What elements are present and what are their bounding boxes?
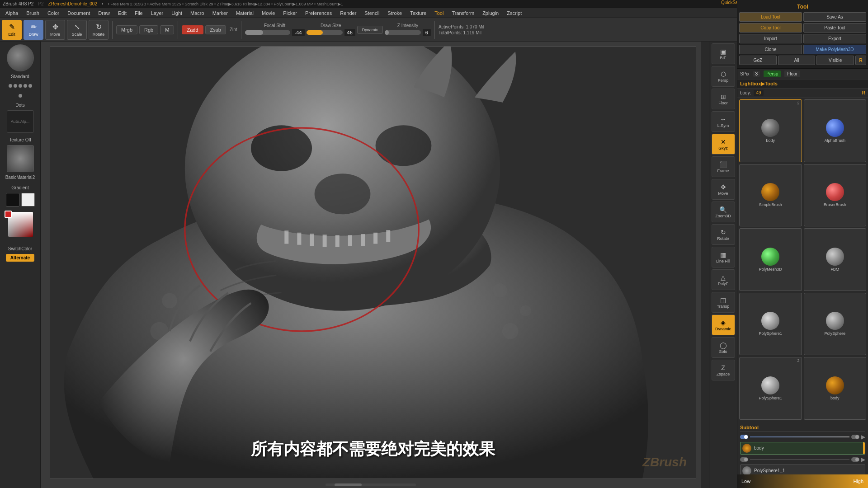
z-intensity-value: 6 [423,29,431,36]
menu-draw[interactable]: Draw [94,9,113,17]
edit-btn[interactable]: ✎ Edit [2,20,22,40]
goz-row: GoZ All Visible R [739,56,866,65]
import-btn[interactable]: Import [739,34,802,43]
menu-preferences[interactable]: Preferences [302,9,335,17]
menu-zplugin[interactable]: Zplugin [479,9,502,17]
frame-btn[interactable]: ⬛ Frame [712,156,735,177]
subtool-toggle3[interactable] [740,457,748,462]
subtool-slider2[interactable] [750,459,849,460]
tool-body-thumb[interactable]: 2 body [739,99,802,162]
dots-preview[interactable] [7,82,34,100]
tool-alphabrush-thumb[interactable]: AlphaBrush [804,99,867,162]
subtool-toggle2[interactable] [851,435,859,439]
menu-movie[interactable]: Movie [258,9,278,17]
menu-color[interactable]: Color [44,9,63,17]
move-side-btn[interactable]: ✥ Move [712,179,735,200]
menu-alpha[interactable]: Alpha [2,9,22,17]
menu-texture[interactable]: Texture [406,9,430,17]
draw-btn[interactable]: ✏ Draw [24,20,43,40]
all-goz-btn[interactable]: All [778,56,816,65]
linefill-btn[interactable]: ▦ Line Fill [712,247,735,267]
move-btn[interactable]: ✥ Move [45,20,65,40]
swatch-white[interactable] [21,193,35,206]
swatch-black[interactable] [6,193,19,206]
clone-btn[interactable]: Clone [739,45,802,54]
focal-shift-slider[interactable] [245,30,290,35]
menu-file[interactable]: File [131,9,146,17]
goz-btn[interactable]: GoZ [739,56,777,65]
bif-btn[interactable]: ▣ BIF [712,43,735,64]
body-r-btn[interactable]: R [862,90,865,95]
stroke-preview[interactable]: Auto.Alp... [7,110,34,133]
r-btn[interactable]: R [855,56,866,65]
menu-layer[interactable]: Layer [147,9,167,17]
save-as-btn[interactable]: Save As [803,12,866,22]
menu-light[interactable]: Light [168,9,186,17]
viewport[interactable]: 所有内容都不需要绝对完美的效果 ZBrush [50,46,696,479]
persp-btn-right[interactable]: Persp [764,70,781,77]
color-picker-area[interactable] [5,212,36,244]
material-preview[interactable] [7,145,34,172]
m-btn[interactable]: M [160,25,174,34]
visible-btn[interactable]: Visible [816,56,854,65]
tool-eraserbrush-thumb[interactable]: EraserBrush [804,164,867,227]
material-label: BasicMaterial2 [5,175,35,180]
menu-stencil[interactable]: Stencil [361,9,383,17]
menu-macro[interactable]: Macro [187,9,208,17]
menu-marker[interactable]: Marker [209,9,231,17]
polyf-btn[interactable]: △ PolyF [712,269,735,290]
tool-simplebrush-thumb[interactable]: SimpleBrush [739,164,802,227]
menu-stroke[interactable]: Stroke [384,9,406,17]
solo-btn[interactable]: ◯ Solo [712,337,735,358]
menu-material[interactable]: Material [232,9,257,17]
lsym-btn[interactable]: ↔ L.Sym [712,111,735,132]
floor-btn[interactable]: ⊞ Floor [712,89,735,109]
subtool-toggle4[interactable] [851,457,859,462]
transp-btn[interactable]: ◫ Transp [712,292,735,313]
z-intensity-slider[interactable] [385,30,421,35]
export-btn[interactable]: Export [803,34,866,43]
tool-fbm-thumb[interactable]: FBM [804,228,867,291]
paste-tool-btn[interactable]: Paste Tool [803,23,866,33]
tool-polysphere1-thumb[interactable]: PolySphere1 [739,293,802,356]
gxyz-btn[interactable]: ✕ Gxyz [712,134,735,155]
menu-document[interactable]: Document [64,9,94,17]
tool-polysphere1b-thumb[interactable]: 2 PolySphere1 [739,357,802,420]
tool-polysphere-thumb[interactable]: PolySphere [804,293,867,356]
rotate-side-btn[interactable]: ↻ Rotate [712,224,735,245]
load-tool-btn[interactable]: Load Tool [739,12,802,22]
menu-render[interactable]: Render [336,9,360,17]
zspace-btn[interactable]: Z Zspace [712,360,735,380]
zoom3d-btn[interactable]: 🔍 Zoom3D [712,202,735,222]
subtool-toggle1[interactable] [740,435,748,439]
tool-polymesh3d-thumb[interactable]: PolyMesh3D [739,228,802,291]
dynamic-btn[interactable]: Dynamic [357,26,383,34]
persp-btn[interactable]: ⬡ Persp [712,66,735,87]
dynamic-side-btn[interactable]: ◈ Dynamic [712,314,735,335]
brush-preview[interactable] [7,44,34,71]
persp-label: Persp [718,78,729,83]
copy-tool-btn[interactable]: Copy Tool [739,23,802,33]
menu-zscript[interactable]: Zscript [503,9,525,17]
menu-transform[interactable]: Transform [448,9,478,17]
subtool-slider1[interactable] [750,436,849,437]
mrgb-btn[interactable]: Mrgb [116,25,137,34]
menu-tool[interactable]: Tool [431,9,447,17]
alternate-btn[interactable]: Alternate [6,254,34,262]
menu-picker[interactable]: Picker [279,9,301,17]
draw-size-slider[interactable] [307,30,343,35]
canvas-area[interactable]: 所有内容都不需要绝对完美的效果 ZBrush [41,42,701,488]
make-polymesh-btn[interactable]: Make PolyMesh3D [803,45,866,54]
tool-body2-thumb[interactable]: body [804,357,867,420]
rotate-btn[interactable]: ↻ Rotate [89,20,108,40]
menu-edit[interactable]: Edit [114,9,130,17]
zsub-btn[interactable]: Zsub [205,25,226,34]
h-scrollbar[interactable] [326,483,416,486]
zadd-btn[interactable]: Zadd [182,25,203,34]
scale-btn[interactable]: ⤡ Scale [67,20,87,40]
menu-brush[interactable]: Brush [23,9,43,17]
rgb-btn[interactable]: Rgb [139,25,158,34]
subtool-body-item[interactable]: body [740,442,865,455]
lightbox-tools-label[interactable]: Lightbox▶Tools [740,81,778,87]
floor-btn-right[interactable]: Floor [784,70,800,77]
